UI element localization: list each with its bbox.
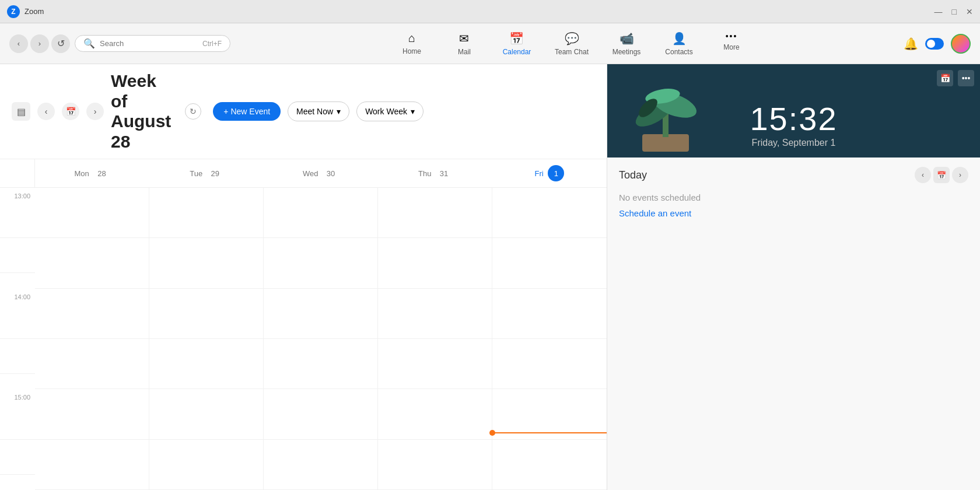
calendar-icon: 📅	[509, 32, 524, 46]
theme-toggle[interactable]	[925, 38, 944, 50]
today-datepicker-button[interactable]: 📅	[933, 167, 950, 183]
cal-cell-wed-13[interactable]	[264, 188, 378, 238]
cal-cell-wed-14[interactable]	[264, 289, 378, 339]
cal-day-fri: Fri 1	[492, 159, 607, 187]
cal-day-thu: Thu 31	[378, 159, 492, 187]
hero-more-button[interactable]: •••	[958, 70, 974, 86]
time-label-15: 15:00	[0, 389, 35, 439]
cal-cell-fri-15[interactable]	[492, 389, 607, 439]
work-week-button[interactable]: Work Week ▾	[356, 102, 424, 121]
search-box[interactable]: 🔍 Ctrl+F	[75, 35, 230, 52]
cal-cell-tue-15[interactable]	[149, 389, 264, 439]
minimize-button[interactable]: —	[935, 7, 943, 16]
back-button[interactable]: ‹	[9, 34, 28, 53]
cal-cell-tue-1430[interactable]	[149, 339, 264, 389]
cal-cell-mon-14[interactable]	[35, 289, 149, 339]
cal-prev-button[interactable]: ‹	[37, 103, 55, 120]
cal-cell-wed-15[interactable]	[264, 389, 378, 439]
notifications-bell-icon[interactable]: 🔔	[904, 37, 918, 51]
forward-button[interactable]: ›	[30, 34, 49, 53]
tab-meetings-label: Meetings	[612, 48, 641, 56]
cal-cell-thu-1330[interactable]	[378, 238, 492, 288]
cal-cell-thu-13[interactable]	[378, 188, 492, 238]
today-next-button[interactable]: ›	[952, 167, 968, 183]
today-header: Today ‹ 📅 ›	[619, 167, 968, 183]
day-num-thu: 31	[436, 165, 452, 181]
cal-cell-tue-1330[interactable]	[149, 238, 264, 288]
cal-cell-thu-1430[interactable]	[378, 339, 492, 389]
cal-cell-tue-1530[interactable]	[149, 440, 264, 490]
cal-cell-fri-1330[interactable]	[492, 238, 607, 288]
search-input[interactable]	[100, 39, 198, 48]
close-button[interactable]: ✕	[966, 7, 973, 16]
app-title: Zoom	[24, 7, 935, 16]
maximize-button[interactable]: □	[952, 7, 957, 16]
cal-datepicker-button[interactable]: 📅	[62, 103, 79, 120]
cal-cell-thu-15[interactable]	[378, 389, 492, 439]
cal-cell-fri-14[interactable]	[492, 289, 607, 339]
hero-time-display: 15:32 Friday, September 1	[607, 100, 980, 158]
cal-day-tue: Tue 29	[149, 159, 264, 187]
hero-actions: 📅 •••	[937, 70, 974, 86]
tab-contacts[interactable]: 👤 Contacts	[653, 27, 705, 61]
cal-cell-tue-13[interactable]	[149, 188, 264, 238]
day-num-tue: 29	[207, 165, 223, 181]
tab-more[interactable]: ••• More	[705, 27, 758, 61]
meet-now-chevron-icon: ▾	[337, 107, 341, 116]
cal-next-button[interactable]: ›	[86, 103, 104, 120]
history-button[interactable]: ↺	[51, 34, 70, 53]
cal-days-header: Mon 28 Tue 29 Wed 30 Thu 31 Fri 1	[0, 159, 607, 188]
tab-home-label: Home	[402, 47, 421, 55]
nav-right: 🔔	[904, 34, 971, 54]
time-label-14: 14:00	[0, 289, 35, 339]
no-events-text: No events scheduled	[619, 192, 968, 202]
tab-meetings[interactable]: 📹 Meetings	[600, 27, 653, 61]
time-gutter-1430	[0, 339, 35, 374]
cal-cell-fri-13[interactable]	[492, 188, 607, 238]
cal-cell-tue-14[interactable]	[149, 289, 264, 339]
app-logo: Z	[7, 5, 20, 18]
tab-home[interactable]: ⌂ Home	[386, 27, 438, 61]
cal-cell-wed-1430[interactable]	[264, 339, 378, 389]
cal-cell-mon-13[interactable]	[35, 188, 149, 238]
hero-calendar-button[interactable]: 📅	[937, 70, 953, 86]
avatar[interactable]	[951, 34, 971, 54]
cal-cell-thu-1530[interactable]	[378, 440, 492, 490]
teamchat-icon: 💬	[565, 32, 579, 46]
more-icon: •••	[726, 32, 738, 41]
tab-mail[interactable]: ✉ Mail	[438, 27, 491, 61]
cal-cell-fri-1530[interactable]	[492, 440, 607, 490]
tab-more-label: More	[723, 43, 739, 51]
current-time-dot	[489, 430, 495, 436]
tab-teamchat[interactable]: 💬 Team Chat	[543, 27, 600, 61]
cal-cell-wed-1530[interactable]	[264, 440, 378, 490]
day-num-mon: 28	[93, 165, 110, 181]
tab-calendar[interactable]: 📅 Calendar	[491, 27, 543, 61]
calendar-grid: Mon 28 Tue 29 Wed 30 Thu 31 Fri 1	[0, 159, 607, 490]
new-event-button[interactable]: + New Event	[213, 102, 281, 121]
week-title: Week of August 28	[111, 71, 171, 152]
right-panel: 15:32 Friday, September 1 📅 ••• Today ‹ …	[607, 64, 980, 490]
tab-contacts-label: Contacts	[665, 48, 692, 56]
today-label: Today	[619, 169, 647, 181]
schedule-event-link[interactable]: Schedule an event	[619, 208, 691, 218]
meet-now-button[interactable]: Meet Now ▾	[288, 102, 349, 121]
titlebar: Z Zoom — □ ✕	[0, 0, 980, 23]
cal-cell-wed-1330[interactable]	[264, 238, 378, 288]
search-icon: 🔍	[83, 38, 95, 49]
cal-cell-mon-1430[interactable]	[35, 339, 149, 389]
calendar-area: ▤ ‹ 📅 › Week of August 28 ↻ + New Event …	[0, 64, 607, 490]
cal-cell-mon-15[interactable]	[35, 389, 149, 439]
calendar-header: ▤ ‹ 📅 › Week of August 28 ↻ + New Event …	[0, 64, 607, 159]
navbar: ‹ › ↺ 🔍 Ctrl+F ⌂ Home ✉ Mail 📅 Calendar …	[0, 23, 980, 64]
cal-cell-fri-1430[interactable]	[492, 339, 607, 389]
cal-time-grid: 13:00 14:00	[0, 188, 607, 490]
nav-back-fwd: ‹ › ↺	[9, 34, 70, 53]
calendar-refresh-button[interactable]: ↻	[185, 103, 201, 120]
sidebar-toggle-button[interactable]: ▤	[12, 102, 30, 121]
cal-cell-thu-14[interactable]	[378, 289, 492, 339]
today-prev-button[interactable]: ‹	[915, 167, 931, 183]
cal-cell-mon-1330[interactable]	[35, 238, 149, 288]
time-gutter-1530	[0, 440, 35, 475]
cal-cell-mon-1530[interactable]	[35, 440, 149, 490]
